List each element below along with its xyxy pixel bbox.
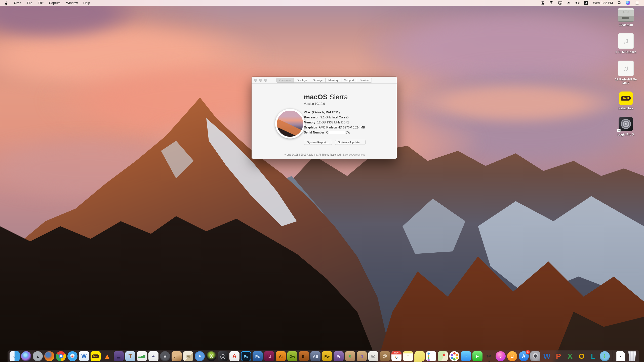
dock-after-effects[interactable]: AE	[310, 351, 320, 361]
logic-icon: ↗	[619, 117, 633, 131]
dock-powerpoint[interactable]: P	[553, 351, 564, 361]
dock-idvd[interactable]	[195, 351, 205, 361]
dock-imovie[interactable]: ★	[160, 351, 170, 361]
desktop-icon-logic-pro-x[interactable]: ↗Logic Pro X	[618, 117, 634, 136]
apple-menu[interactable]	[3, 1, 11, 5]
dock-launchpad[interactable]: ▲	[33, 351, 43, 361]
copyright-footer: ™ and © 1983-2017 Apple Inc. All Rights …	[252, 153, 397, 156]
dock-illustrator[interactable]: Ai	[276, 351, 286, 361]
dock-grab[interactable]: ✂	[484, 351, 494, 361]
notification-center-icon[interactable]	[632, 1, 641, 5]
close-button[interactable]	[254, 79, 257, 82]
powerpoint-glyph: P	[556, 352, 561, 360]
dock-messages[interactable]: •••	[461, 351, 471, 361]
dock-photo-collage-app[interactable]: ▣	[183, 351, 193, 361]
dock-logic-pro[interactable]: ◎	[218, 351, 228, 361]
dock-vlc[interactable]: ▲	[102, 351, 112, 361]
dock-stickies[interactable]	[415, 351, 425, 361]
dock-facetime[interactable]: ▶	[472, 351, 482, 361]
dock-fireworks[interactable]: Fw	[322, 351, 332, 361]
dock-dreamweaver[interactable]: Dw	[287, 351, 297, 361]
dock-numbers[interactable]: ▃▅▇	[137, 351, 147, 361]
dock-w-globe-app[interactable]: W	[79, 351, 89, 361]
siri-icon[interactable]	[624, 1, 632, 5]
dock-acrobat[interactable]: A	[229, 351, 239, 361]
dock-system-preferences[interactable]: ✱	[530, 351, 540, 361]
dock-archive-box-purple[interactable]: q	[357, 351, 367, 361]
wifi-icon[interactable]	[547, 1, 556, 5]
about-overview-pane: macOS Sierra Version 10.12.6 iMac (27-in…	[252, 84, 397, 158]
dock-x-media-app[interactable]: X	[206, 351, 216, 361]
tab-service[interactable]: Service	[357, 78, 372, 83]
menu-help[interactable]: Help	[80, 1, 93, 5]
license-agreement-link[interactable]: License Agreement	[343, 153, 365, 156]
dock-garageband[interactable]: ♩	[172, 351, 182, 361]
menu-edit[interactable]: Edit	[35, 1, 46, 5]
menu-window[interactable]: Window	[63, 1, 80, 5]
tab-overview[interactable]: Overview	[276, 78, 294, 83]
desktop-icon-kakaotalk[interactable]: TALKKakaoTalk	[618, 92, 633, 110]
dock-app-store[interactable]: A13	[519, 351, 529, 361]
dock-toast-titanium[interactable]: ▂	[114, 351, 124, 361]
dock-chrome[interactable]	[56, 351, 66, 361]
dock-word[interactable]: W	[542, 351, 552, 361]
dock-notes[interactable]: ≡	[403, 351, 413, 361]
dock-outlook[interactable]: O	[577, 351, 587, 361]
minimize-button[interactable]	[259, 79, 262, 82]
input-source-menu[interactable]: A	[582, 1, 590, 5]
dock-photoshop-dark[interactable]: Ps	[241, 351, 251, 361]
tab-memory[interactable]: Memory	[326, 78, 342, 83]
spotlight-icon[interactable]	[615, 1, 624, 5]
tab-storage[interactable]: Storage	[310, 78, 326, 83]
menu-file[interactable]: File	[24, 1, 35, 5]
dock-indesign[interactable]: Id	[264, 351, 274, 361]
dock-ibooks[interactable]: ⊔	[507, 351, 517, 361]
dock-excel[interactable]: X	[565, 351, 575, 361]
desktop-icon-12-parle-t-il-de-moi-[interactable]: ♫12 Parle-T-Il De Moi?	[611, 61, 640, 85]
dock-finder[interactable]: •‿•	[10, 351, 20, 361]
tab-displays[interactable]: Displays	[294, 78, 310, 83]
zoom-button[interactable]	[264, 79, 267, 82]
dock-bridge[interactable]: Br	[299, 351, 309, 361]
dock-photos[interactable]	[449, 351, 459, 361]
dock-premiere[interactable]: Pr	[334, 351, 344, 361]
app-menu-grab[interactable]: Grab	[11, 1, 24, 5]
dock-trash[interactable]	[627, 351, 637, 361]
software-update-button[interactable]: Software Update…	[335, 140, 366, 145]
dock-siri[interactable]	[21, 351, 31, 361]
dock-reminders[interactable]	[426, 351, 436, 361]
dock-maps[interactable]	[438, 351, 448, 361]
system-report-button[interactable]: System Report…	[304, 140, 332, 145]
airplay-icon[interactable]	[556, 1, 565, 5]
dock-archive-box-green[interactable]: q	[345, 351, 355, 361]
dock-contacts[interactable]: @	[380, 351, 390, 361]
dock-calendar[interactable]: NOV6	[391, 351, 401, 361]
menu-bar-clock[interactable]: Wed 3:32 PM	[590, 1, 615, 5]
word-glyph: W	[543, 352, 550, 360]
desktop-icon-1-tu-m-oublies[interactable]: ♫1 Tu M'Oublies	[615, 33, 636, 54]
eject-icon[interactable]	[565, 2, 573, 5]
dock-keynote[interactable]: T	[125, 351, 135, 361]
menu-capture[interactable]: Capture	[46, 1, 63, 5]
desktop-icon-1000-mac[interactable]: 1000-mac	[618, 8, 634, 27]
vlc-glyph: ▲	[103, 352, 111, 360]
mac-model: iMac (27-inch, Mid 2011)	[304, 111, 366, 114]
dock-lync[interactable]: L	[588, 351, 598, 361]
window-title-bar[interactable]: OverviewDisplaysStorageMemorySupportServ…	[252, 77, 397, 84]
dock-download-manager[interactable]: ⇩	[600, 351, 610, 361]
app-store-badge: 13	[526, 350, 530, 354]
dock-document-file[interactable]: ▪	[616, 351, 626, 361]
dock-pages[interactable]: ✒	[148, 351, 158, 361]
dock-photoshop-light[interactable]: Ps	[253, 351, 263, 361]
photoshop-dark-glyph: Ps	[244, 354, 248, 358]
tab-support[interactable]: Support	[341, 78, 357, 83]
dock-safari[interactable]: ◆	[67, 351, 77, 361]
dock-mail[interactable]: ✉	[368, 351, 378, 361]
volume-icon[interactable]	[573, 1, 582, 5]
dock-itunes[interactable]: ♪	[496, 351, 506, 361]
dock-firefox[interactable]	[44, 351, 54, 361]
dock-kakaotalk[interactable]: TALK	[91, 351, 101, 361]
w-globe-app-glyph: W	[82, 353, 87, 359]
kakaotalk-glyph: TALK	[92, 354, 99, 358]
creative-cloud-icon[interactable]	[538, 1, 547, 5]
